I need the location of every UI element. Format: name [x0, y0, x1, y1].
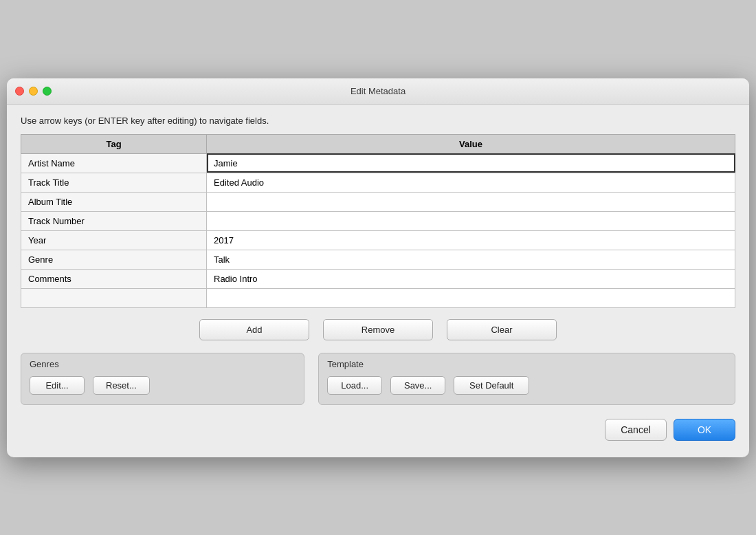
remove-button[interactable]: Remove: [323, 319, 433, 340]
window-title: Edit Metadata: [351, 86, 405, 96]
bottom-section: Genres Edit... Reset... Template Load...…: [21, 353, 735, 405]
action-buttons: Add Remove Clear: [21, 319, 735, 340]
metadata-table: Tag Value Artist NameJamieTrack TitleEdi…: [21, 134, 735, 308]
table-row: CommentsRadio Intro: [21, 269, 735, 288]
genres-section: Genres Edit... Reset...: [21, 353, 304, 405]
value-cell[interactable]: [207, 211, 735, 230]
template-label: Template: [327, 359, 726, 369]
tag-cell: [21, 288, 207, 307]
genres-buttons: Edit... Reset...: [30, 376, 296, 395]
tag-cell: Genre: [21, 250, 207, 269]
traffic-lights: [15, 87, 52, 96]
ok-button[interactable]: OK: [674, 419, 735, 441]
value-column-header: Value: [207, 134, 735, 153]
instruction-text: Use arrow keys (or ENTER key after editi…: [21, 116, 735, 126]
value-cell[interactable]: Radio Intro: [207, 269, 735, 288]
value-cell[interactable]: Edited Audio: [207, 173, 735, 192]
template-section: Template Load... Save... Set Default: [318, 353, 735, 405]
tag-cell: Track Title: [21, 173, 207, 192]
table-row: GenreTalk: [21, 250, 735, 269]
content-area: Use arrow keys (or ENTER key after editi…: [7, 105, 749, 457]
add-button[interactable]: Add: [199, 319, 309, 340]
cancel-button[interactable]: Cancel: [605, 419, 667, 441]
tag-cell: Album Title: [21, 192, 207, 211]
template-save-button[interactable]: Save...: [390, 376, 445, 395]
table-row: Artist NameJamie: [21, 153, 735, 173]
template-buttons: Load... Save... Set Default: [327, 376, 726, 395]
table-row: Album Title: [21, 192, 735, 211]
tag-cell: Artist Name: [21, 153, 207, 173]
value-cell[interactable]: Talk: [207, 250, 735, 269]
tag-cell: Comments: [21, 269, 207, 288]
genres-label: Genres: [30, 359, 296, 369]
close-button[interactable]: [15, 87, 24, 96]
edit-metadata-dialog: Edit Metadata Use arrow keys (or ENTER k…: [7, 78, 749, 457]
template-load-button[interactable]: Load...: [327, 376, 382, 395]
maximize-button[interactable]: [43, 87, 52, 96]
dialog-footer: Cancel OK: [21, 419, 735, 444]
tag-cell: Year: [21, 230, 207, 250]
clear-button[interactable]: Clear: [447, 319, 557, 340]
value-cell[interactable]: [207, 288, 735, 307]
table-row: [21, 288, 735, 307]
table-row: Year2017: [21, 230, 735, 250]
tag-column-header: Tag: [21, 134, 207, 153]
genres-reset-button[interactable]: Reset...: [93, 376, 150, 395]
value-cell[interactable]: [207, 192, 735, 211]
template-set-default-button[interactable]: Set Default: [454, 376, 529, 395]
value-cell[interactable]: 2017: [207, 230, 735, 250]
genres-edit-button[interactable]: Edit...: [30, 376, 85, 395]
table-row: Track Number: [21, 211, 735, 230]
title-bar: Edit Metadata: [7, 78, 749, 105]
minimize-button[interactable]: [29, 87, 38, 96]
tag-cell: Track Number: [21, 211, 207, 230]
value-cell[interactable]: Jamie: [207, 153, 735, 173]
table-row: Track TitleEdited Audio: [21, 173, 735, 192]
